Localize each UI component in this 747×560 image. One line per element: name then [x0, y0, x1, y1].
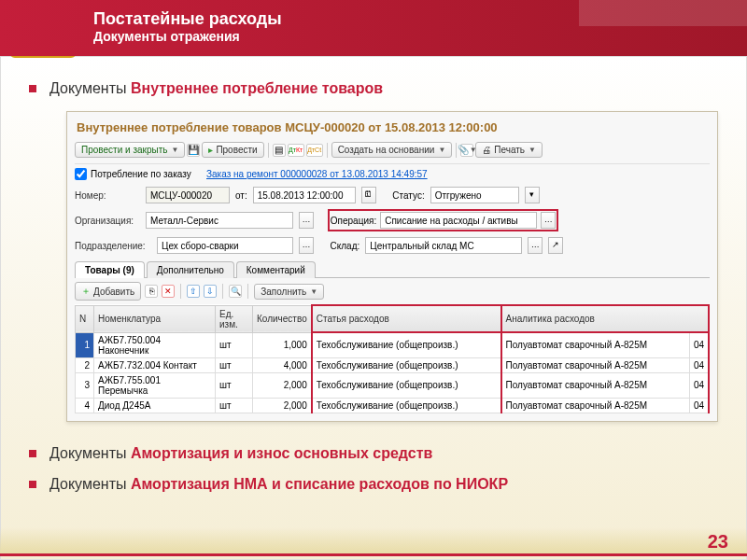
bullet-icon	[29, 450, 36, 457]
add-row-button[interactable]: ＋Добавить	[75, 282, 141, 301]
attach-icon[interactable]: 📎▼	[460, 144, 473, 157]
main-toolbar: Провести и закрыть▼ 💾 ▸Провести ▤ ДтКт Д…	[75, 140, 710, 164]
order-consumption-checkbox[interactable]	[75, 168, 87, 180]
date-picker-icon[interactable]: 🗓	[361, 187, 376, 203]
table-row[interactable]: 2АЖБ7.732.004 Контактшт4,000Техобслужива…	[76, 357, 710, 372]
tabs: Товары (9) Дополнительно Комментарий	[75, 260, 710, 278]
operation-highlight: Операция: …	[328, 209, 558, 231]
create-based-button[interactable]: Создать на основании▼	[331, 142, 453, 158]
grid-toolbar: ＋Добавить ⎘ ✕ ⇧ ⇩ 🔍 Заполнить▼	[75, 278, 710, 304]
org-label: Организация:	[75, 216, 140, 226]
footer-line	[0, 553, 747, 556]
tab-goods[interactable]: Товары (9)	[75, 261, 145, 278]
from-label: от:	[235, 190, 247, 201]
print-button[interactable]: 🖨Печать▼	[475, 142, 543, 158]
move-down-icon[interactable]: ⇩	[204, 285, 217, 298]
row-org: Организация: … Операция: …	[75, 206, 710, 234]
checkbox-label: Потребление по заказу	[91, 169, 191, 179]
warehouse-select-icon[interactable]: …	[528, 237, 543, 254]
status-label: Статус:	[392, 190, 424, 201]
bullet-prefix: Документы	[49, 445, 131, 461]
col-unit[interactable]: Ед. изм.	[216, 305, 253, 332]
tab-comment[interactable]: Комментарий	[236, 261, 316, 278]
page-number: 23	[708, 531, 728, 553]
table-row[interactable]: 4Диод Д245Ашт2,000Техобслуживание (общеп…	[76, 398, 710, 413]
warehouse-field[interactable]	[365, 237, 522, 254]
col-n[interactable]: N	[76, 305, 94, 332]
footer-shade	[0, 527, 747, 553]
post-button[interactable]: ▸Провести	[202, 142, 263, 158]
date-field[interactable]	[253, 187, 356, 203]
dept-label: Подразделение:	[75, 241, 151, 251]
bullet-emphasis: Амортизация НМА и списание расходов по Н…	[131, 476, 508, 492]
org-select-icon[interactable]: …	[299, 212, 314, 229]
bullet-prefix: Документы	[49, 476, 131, 492]
report-icon[interactable]: ▤	[273, 144, 286, 157]
bullet-2: Документы Амортизация и износ основных с…	[29, 445, 718, 462]
header-band	[579, 0, 747, 26]
dtkt-icon[interactable]: ДтКт	[288, 144, 304, 157]
post-and-close-button[interactable]: Провести и закрыть▼	[75, 142, 185, 158]
tab-additional[interactable]: Дополнительно	[147, 261, 234, 278]
row-dept: Подразделение: … Склад: … ↗	[75, 234, 710, 257]
warehouse-open-icon[interactable]: ↗	[548, 237, 563, 254]
delete-row-icon[interactable]: ✕	[162, 285, 175, 298]
bullet-emphasis: Амортизация и износ основных средств	[131, 445, 432, 461]
table-row[interactable]: 1АЖБ7.750.004 Наконечникшт1,000Техобслуж…	[76, 332, 710, 357]
operation-field[interactable]	[380, 212, 537, 229]
slide-subtitle: Документы отражения	[93, 29, 728, 44]
slide-header: Постатейные расходы Документы отражения	[0, 0, 747, 56]
copy-row-icon[interactable]: ⎘	[145, 285, 158, 298]
app-window: Внутреннее потребление товаров МСЦУ-0000…	[66, 111, 718, 422]
dtct-icon[interactable]: ДтCt	[306, 144, 323, 157]
bullet-3: Документы Амортизация НМА и списание рас…	[29, 476, 718, 493]
save-icon[interactable]: 💾	[187, 144, 200, 157]
dept-select-icon[interactable]: …	[299, 237, 314, 254]
bullet-icon	[29, 85, 36, 92]
status-dropdown-icon[interactable]: ▾	[525, 187, 540, 203]
org-field[interactable]	[146, 212, 293, 229]
order-link[interactable]: Заказ на ремонт 000000028 от 13.08.2013 …	[206, 169, 428, 179]
col-item[interactable]: Номенклатура	[94, 305, 216, 332]
goods-grid: N Номенклатура Ед. изм. Количество Стать…	[75, 304, 710, 413]
search-icon[interactable]: 🔍	[229, 285, 242, 298]
bullet-icon	[29, 481, 36, 488]
window-title: Внутреннее потребление товаров МСЦУ-0000…	[75, 118, 710, 140]
row-number: Номер: от: 🗓 Статус: ▾	[75, 184, 710, 206]
col-analytics[interactable]: Аналитика расходов	[501, 305, 709, 332]
operation-label: Операция:	[331, 216, 376, 226]
bullet-text: Документы Внутреннее потребление товаров	[49, 80, 383, 97]
fill-button[interactable]: Заполнить▼	[254, 284, 324, 300]
bullet-text: Документы Амортизация НМА и списание рас…	[49, 476, 508, 493]
operation-select-icon[interactable]: …	[541, 212, 556, 229]
col-qty[interactable]: Количество	[253, 305, 312, 332]
number-field[interactable]	[146, 187, 230, 203]
bullet-1: Документы Внутреннее потребление товаров	[29, 80, 718, 97]
warehouse-label: Склад:	[331, 241, 360, 251]
move-up-icon[interactable]: ⇧	[187, 285, 200, 298]
checkbox-row: Потребление по заказу Заказ на ремонт 00…	[75, 164, 710, 184]
dept-field[interactable]	[157, 237, 293, 254]
table-row[interactable]: 3АЖБ7.755.001 Перемычкашт2,000Техобслужи…	[76, 372, 710, 398]
bullet-text: Документы Амортизация и износ основных с…	[49, 445, 432, 462]
bullet-prefix: Документы	[49, 80, 131, 96]
status-field[interactable]	[430, 187, 519, 203]
slide-body: Документы Внутреннее потребление товаров…	[0, 56, 747, 560]
bullet-emphasis: Внутреннее потребление товаров	[131, 80, 383, 96]
number-label: Номер:	[75, 190, 140, 201]
col-expense[interactable]: Статья расходов	[312, 305, 501, 332]
